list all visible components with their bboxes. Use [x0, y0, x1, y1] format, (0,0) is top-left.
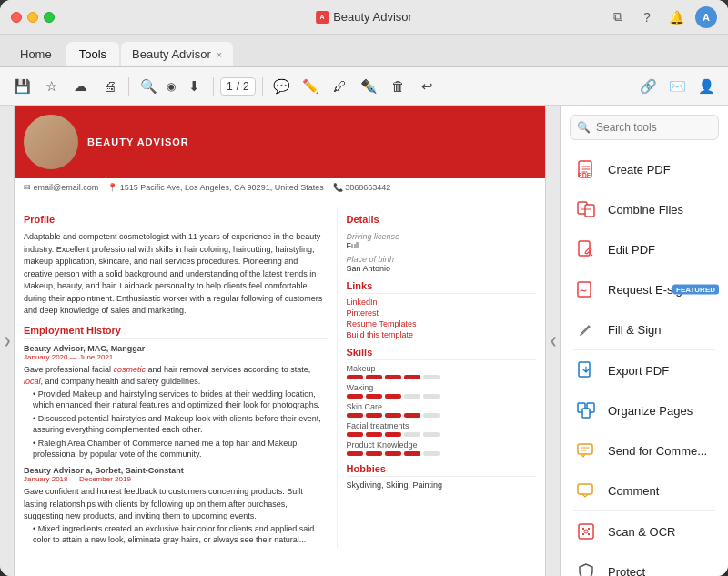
doc-tab-label: Beauty Advisor — [132, 47, 211, 61]
skill-dot — [385, 451, 401, 456]
title-bar-actions: ⧉ ? 🔔 A — [608, 6, 717, 28]
resume-right-col: Details Driving license Full Place of bi… — [337, 207, 536, 548]
undo-button[interactable]: ↩ — [415, 74, 440, 99]
screen-share-button[interactable]: ⧉ — [608, 7, 628, 27]
skill-dot — [423, 375, 440, 379]
tool-organize-pages[interactable]: Organize Pages — [561, 390, 728, 430]
window-title: A Beauty Advisor — [316, 10, 412, 24]
create-pdf-icon: PDF — [573, 157, 599, 182]
tool-edit-pdf[interactable]: Edit PDF — [561, 229, 728, 269]
protect-icon — [573, 559, 599, 576]
skill-4-bar — [347, 432, 536, 437]
tools-list: PDF Create PDF Combine Files Edit — [561, 149, 728, 576]
hobbies-value: Skydiving, Skiing, Painting — [347, 480, 536, 490]
tool-create-pdf[interactable]: PDF Create PDF — [561, 149, 728, 189]
link-pinterest[interactable]: Pinterest — [347, 308, 536, 318]
job-1-bullet-2: Discussed potential hairstyles and Makeu… — [33, 413, 328, 436]
protect-label: Protect — [608, 565, 645, 577]
link-build-template[interactable]: Build this template — [347, 330, 536, 339]
link-resume-templates[interactable]: Resume Templates — [347, 319, 536, 328]
close-button[interactable] — [11, 12, 22, 23]
tool-send-comment[interactable]: Send for Comme... — [561, 430, 728, 470]
links-heading: Links — [347, 280, 536, 294]
skill-1-bar — [347, 375, 536, 379]
search-box: 🔍 — [570, 115, 719, 140]
job-2-date: January 2018 — December 2019 — [24, 475, 328, 483]
employment-heading: Employment History — [24, 325, 328, 339]
skill-dot — [347, 451, 363, 456]
tool-protect[interactable]: Protect — [561, 551, 728, 576]
tab-tools[interactable]: Tools — [66, 42, 119, 66]
highlight-button[interactable]: ✏️ — [298, 74, 324, 99]
profile-heading: Profile — [24, 214, 328, 227]
organize-pages-label: Organize Pages — [608, 404, 693, 418]
skills-heading: Skills — [347, 347, 536, 360]
job-2-bullet-1: Mixed ingredients created an exclusive h… — [33, 523, 328, 546]
zoom-out-button[interactable]: 🔍 — [136, 74, 161, 99]
skill-dot — [347, 432, 363, 437]
link-button[interactable]: 🔗 — [635, 74, 661, 99]
skill-2-name: Waxing — [347, 383, 536, 392]
redact-button[interactable]: ✒️ — [357, 74, 382, 99]
draw-button[interactable]: 🖊 — [328, 74, 353, 99]
toolbar-separator-1 — [128, 77, 129, 96]
user-avatar[interactable]: A — [695, 6, 717, 28]
comment-label: Comment — [608, 484, 659, 498]
tool-export-pdf[interactable]: Export PDF — [561, 350, 728, 390]
notifications-button[interactable]: 🔔 — [666, 7, 686, 27]
skill-dot — [385, 413, 401, 418]
skill-4-name: Facial treatments — [347, 421, 536, 430]
featured-badge: FEATURED — [672, 285, 719, 295]
help-button[interactable]: ? — [637, 7, 657, 27]
job-2-title: Beauty Advisor a, Sorbet, Saint-Constant — [24, 466, 328, 475]
skill-dot — [385, 375, 401, 379]
toolbar-separator-3 — [262, 77, 263, 96]
tab-document[interactable]: Beauty Advisor × — [121, 42, 233, 66]
edit-pdf-label: Edit PDF — [608, 243, 655, 257]
tab-home[interactable]: Home — [7, 42, 65, 66]
contact-phone: 📞 3868663442 — [333, 183, 391, 192]
tool-scan-ocr[interactable]: Scan & OCR — [561, 511, 728, 551]
skill-5-name: Product Knowledge — [347, 440, 536, 450]
left-panel-toggle[interactable]: ❯ — [0, 106, 15, 576]
bookmark-button[interactable]: ☆ — [38, 74, 64, 99]
right-panel-toggle[interactable]: ❮ — [545, 106, 560, 576]
job-1-title: Beauty Advisor, MAC, Manggar — [24, 344, 328, 353]
email-button[interactable]: ✉️ — [664, 74, 690, 99]
delete-button[interactable]: 🗑 — [386, 74, 411, 99]
tool-fill-sign[interactable]: Fill & Sign — [561, 309, 728, 349]
tool-request-esignature[interactable]: Request E-signat... FEATURED — [561, 269, 728, 309]
save-button[interactable]: 💾 — [9, 74, 35, 99]
download-button[interactable]: ⬇ — [181, 74, 207, 99]
minimize-button[interactable] — [27, 12, 38, 23]
page-navigation: 1 / 2 — [220, 77, 256, 96]
pdf-page: BEAUTY ADVISOR ✉ email@email.com 📍 1515 … — [15, 106, 545, 576]
svg-text:PDF: PDF — [578, 172, 592, 178]
scan-ocr-label: Scan & OCR — [608, 525, 675, 539]
resume-body: Profile Adaptable and competent cosmetol… — [15, 197, 545, 557]
upload-button[interactable]: ☁ — [67, 74, 93, 99]
svg-rect-9 — [582, 409, 590, 418]
tool-combine-files[interactable]: Combine Files — [561, 189, 728, 229]
contact-bar: ✉ email@email.com 📍 1515 Pacific Ave, Lo… — [15, 178, 545, 197]
comment-button[interactable]: 💬 — [269, 74, 295, 99]
contact-address: 📍 1515 Pacific Ave, Los Angeles, CA 9029… — [107, 183, 324, 192]
job-1-desc: Gave professional facial cosmetic and ha… — [24, 364, 328, 389]
maximize-button[interactable] — [44, 12, 55, 23]
pdf-view[interactable]: BEAUTY ADVISOR ✉ email@email.com 📍 1515 … — [15, 106, 545, 576]
link-linkedin[interactable]: LinkedIn — [347, 298, 536, 307]
print-button[interactable]: 🖨 — [96, 74, 122, 99]
skill-dot — [385, 394, 401, 399]
tool-comment[interactable]: Comment — [561, 470, 728, 510]
driving-label: Driving license — [347, 232, 536, 241]
zoom-label: ◉ — [165, 74, 177, 99]
doc-tab-close[interactable]: × — [217, 49, 222, 60]
skill-dot — [366, 432, 382, 437]
contact-email: ✉ email@email.com — [24, 183, 98, 192]
account-button[interactable]: 👤 — [693, 74, 719, 99]
search-tools-input[interactable] — [570, 115, 719, 140]
pdf-icon: A — [316, 11, 329, 24]
page-total: 2 — [243, 80, 249, 93]
skill-dot — [404, 451, 420, 456]
svg-rect-11 — [578, 484, 592, 494]
